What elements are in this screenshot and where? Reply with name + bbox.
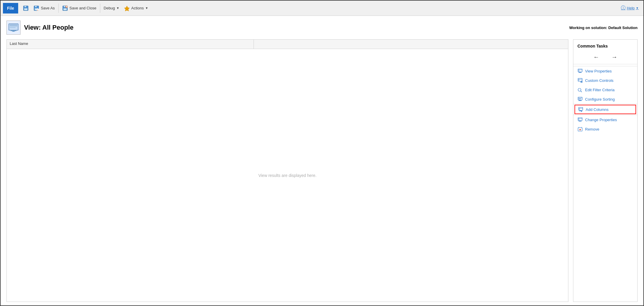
actions-icon [124, 5, 130, 11]
svg-line-35 [581, 91, 582, 92]
common-tasks-panel: Common Tasks ← → View Properties [573, 39, 638, 302]
nav-arrow-right-button[interactable]: → [610, 53, 619, 61]
column-last-name: Last Name [7, 40, 254, 49]
save-and-close-icon: X [62, 5, 68, 11]
toolbar-right: ⓘ Help ▼ [618, 4, 641, 12]
view-icon [6, 21, 21, 35]
task-add-columns[interactable]: Add Columns [575, 105, 636, 114]
task-custom-controls[interactable]: Custom Controls [573, 76, 637, 85]
debug-dropdown-icon: ▼ [116, 6, 119, 10]
view-properties-icon [577, 68, 583, 74]
remove-icon [577, 126, 583, 132]
empty-message: View results are displayed here. [258, 173, 316, 178]
save-as-label: Save As [41, 6, 55, 10]
debug-label: Debug [104, 6, 115, 10]
nav-arrows: ← → [573, 51, 637, 64]
svg-rect-21 [11, 30, 16, 31]
add-columns-label: Add Columns [586, 107, 609, 112]
custom-controls-icon [577, 78, 583, 83]
body-area: Last Name View results are displayed her… [6, 39, 638, 302]
help-circle-icon: ⓘ [621, 5, 626, 11]
save-as-button[interactable]: x Save As [31, 3, 57, 13]
save-and-close-label: Save and Close [69, 6, 96, 10]
common-tasks-title: Common Tasks [573, 43, 637, 51]
change-properties-label: Change Properties [585, 118, 617, 122]
svg-rect-22 [12, 31, 15, 32]
edit-filter-criteria-icon [577, 87, 583, 92]
svg-rect-23 [578, 69, 582, 72]
task-change-properties[interactable]: Change Properties [573, 115, 637, 124]
grid-header: Last Name [7, 40, 568, 49]
task-configure-sorting[interactable]: Configure Sorting [573, 94, 637, 104]
svg-rect-19 [10, 26, 17, 27]
actions-dropdown-icon: ▼ [145, 6, 148, 10]
svg-rect-7 [35, 6, 36, 7]
main-content: View: All People Working on solution: De… [1, 16, 643, 306]
help-dropdown-icon: ▼ [636, 6, 639, 10]
configure-sorting-icon [577, 97, 583, 102]
task-divider-2 [573, 104, 637, 104]
file-button[interactable]: File [3, 3, 18, 13]
svg-rect-12 [63, 8, 67, 10]
actions-label: Actions [131, 6, 144, 10]
save-icon [23, 5, 29, 11]
task-edit-filter-criteria[interactable]: Edit Filter Criteria [573, 85, 637, 94]
svg-rect-18 [10, 25, 17, 26]
toolbar-separator-1 [58, 4, 59, 13]
grid-body: View results are displayed here. [7, 49, 568, 302]
help-label: Help [627, 6, 635, 10]
task-remove[interactable]: Remove [573, 124, 637, 134]
change-properties-icon [577, 117, 583, 122]
add-columns-icon [578, 107, 583, 112]
actions-button[interactable]: Actions ▼ [122, 3, 151, 13]
help-button[interactable]: ⓘ Help ▼ [618, 4, 641, 12]
save-and-close-button[interactable]: X Save and Close [60, 3, 99, 13]
toolbar: File x Save As [1, 1, 643, 16]
view-title-area: View: All People [6, 21, 74, 35]
svg-rect-2 [24, 8, 28, 10]
svg-rect-3 [25, 6, 26, 7]
toolbar-separator-2 [100, 4, 100, 13]
solution-text: Working on solution: Default Solution [569, 26, 638, 30]
grid-area: Last Name View results are displayed her… [6, 39, 568, 302]
remove-label: Remove [585, 127, 599, 131]
view-properties-label: View Properties [585, 69, 612, 73]
save-as-icon: x [33, 5, 39, 11]
configure-sorting-label: Configure Sorting [585, 97, 615, 102]
svg-rect-43 [579, 107, 583, 110]
svg-rect-20 [10, 27, 16, 28]
header-row: View: All People Working on solution: De… [6, 21, 638, 35]
svg-rect-13 [64, 6, 65, 7]
save-button[interactable] [21, 3, 31, 13]
debug-button[interactable]: Debug ▼ [101, 3, 122, 13]
svg-marker-16 [124, 6, 130, 11]
svg-point-34 [578, 88, 581, 91]
nav-arrow-left-button[interactable]: ← [592, 53, 601, 61]
column-empty [254, 40, 568, 49]
task-view-properties[interactable]: View Properties [573, 66, 637, 76]
svg-rect-50 [578, 118, 582, 121]
edit-filter-criteria-label: Edit Filter Criteria [585, 88, 614, 92]
custom-controls-label: Custom Controls [585, 78, 614, 83]
page-title: View: All People [24, 24, 74, 31]
